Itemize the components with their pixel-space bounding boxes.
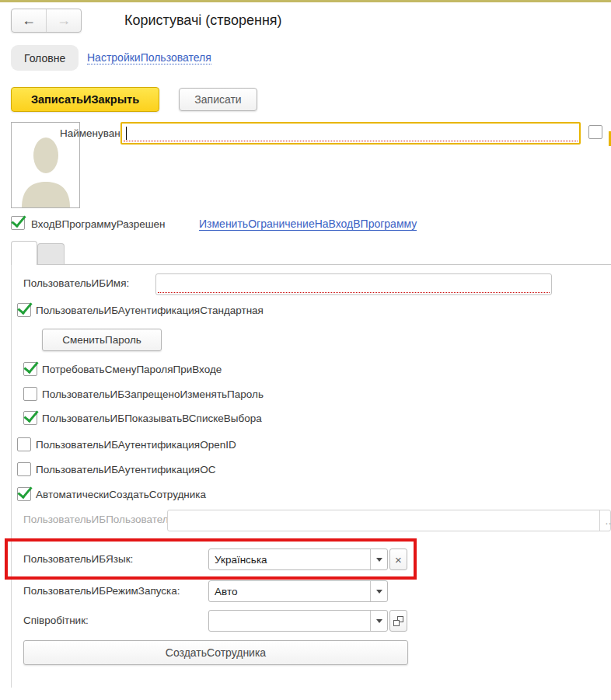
forward-arrow-icon: → bbox=[57, 12, 71, 29]
forward-button[interactable]: → bbox=[47, 9, 81, 32]
auth-os-checkbox[interactable] bbox=[17, 462, 31, 476]
run-mode-dropdown-button[interactable] bbox=[370, 581, 387, 601]
change-login-restriction-link[interactable]: ИзменитьОграничениеНаВходВПрограмму bbox=[199, 218, 417, 231]
tab-page-2[interactable] bbox=[37, 243, 65, 264]
run-mode-combobox[interactable]: Авто bbox=[208, 580, 388, 602]
auth-openid-label[interactable]: ПользовательИБАутентификацияOpenID bbox=[36, 439, 236, 451]
tab-page-1-active[interactable] bbox=[11, 241, 37, 265]
save-button[interactable]: Записати bbox=[179, 88, 257, 111]
forbid-password-change-label[interactable]: ПользовательИБЗапрещеноИзменятьПароль bbox=[42, 388, 264, 400]
auth-standard-label[interactable]: ПользовательИБАутентификацияСтандартная bbox=[36, 305, 264, 316]
show-in-choice-list-checkbox[interactable] bbox=[23, 411, 37, 425]
require-password-change-checkbox[interactable] bbox=[23, 362, 37, 376]
invalid-checkbox[interactable] bbox=[588, 125, 602, 139]
os-user-input[interactable]: … bbox=[167, 510, 611, 531]
login-allowed-label[interactable]: ВходВПрограммуРазрешен bbox=[31, 218, 166, 230]
create-employee-button[interactable]: СоздатьСотрудника bbox=[23, 640, 408, 665]
auth-openid-checkbox[interactable] bbox=[17, 437, 31, 451]
text-caret bbox=[126, 127, 127, 140]
tab-main[interactable]: Головне bbox=[11, 45, 79, 71]
chevron-down-icon bbox=[376, 619, 382, 623]
employee-value bbox=[209, 611, 370, 631]
more-button[interactable]: … bbox=[605, 515, 611, 527]
login-allowed-checkbox[interactable] bbox=[11, 216, 25, 230]
back-arrow-icon: ← bbox=[22, 12, 36, 29]
user-settings-link[interactable]: НастройкиПользователя bbox=[87, 51, 211, 64]
choose-from-list-icon bbox=[393, 616, 403, 626]
auth-standard-checkbox[interactable] bbox=[17, 303, 31, 317]
employee-picker-button[interactable] bbox=[389, 610, 407, 632]
change-password-button[interactable]: СменитьПароль bbox=[42, 329, 162, 351]
red-highlight-annotation bbox=[5, 538, 417, 580]
panel-top-border bbox=[37, 264, 611, 265]
required-field-underline bbox=[124, 141, 578, 141]
employee-label: Співробітник: bbox=[23, 615, 89, 626]
auto-create-employee-checkbox[interactable] bbox=[17, 487, 31, 501]
save-and-close-button[interactable]: ЗаписатьИЗакрыть bbox=[11, 87, 159, 112]
auth-os-label[interactable]: ПользовательИБАутентификацияОС bbox=[36, 464, 215, 475]
run-mode-value: Авто bbox=[209, 581, 370, 601]
field-divider bbox=[599, 510, 600, 531]
show-in-choice-list-label[interactable]: ПользовательИБПоказыватьВСпискеВыбора bbox=[42, 413, 262, 424]
name-input[interactable] bbox=[120, 122, 581, 145]
ib-name-input[interactable] bbox=[155, 273, 552, 295]
user-creation-window: ← → Користувачі (створення) Головне Наст… bbox=[0, 0, 611, 700]
run-mode-label: ПользовательИБРежимЗапуска: bbox=[23, 585, 180, 597]
window-top-border bbox=[0, 0, 611, 2]
forbid-password-change-checkbox[interactable] bbox=[23, 387, 37, 401]
employee-combobox[interactable] bbox=[208, 610, 388, 632]
chevron-down-icon bbox=[376, 590, 382, 594]
panel-left-border bbox=[11, 265, 12, 688]
history-nav-group: ← → bbox=[11, 9, 82, 33]
required-field-underline bbox=[158, 292, 550, 293]
employee-dropdown-button[interactable] bbox=[370, 611, 387, 631]
person-silhouette-icon bbox=[19, 134, 73, 207]
auto-create-employee-label[interactable]: АвтоматическиСоздатьСотрудника bbox=[36, 489, 206, 500]
page-title: Користувачі (створення) bbox=[124, 12, 282, 29]
back-button[interactable]: ← bbox=[12, 9, 47, 32]
ib-name-label: ПользовательИБИмя: bbox=[23, 277, 129, 289]
require-password-change-label[interactable]: ПотребоватьСменуПароляПриВходе bbox=[42, 364, 222, 375]
